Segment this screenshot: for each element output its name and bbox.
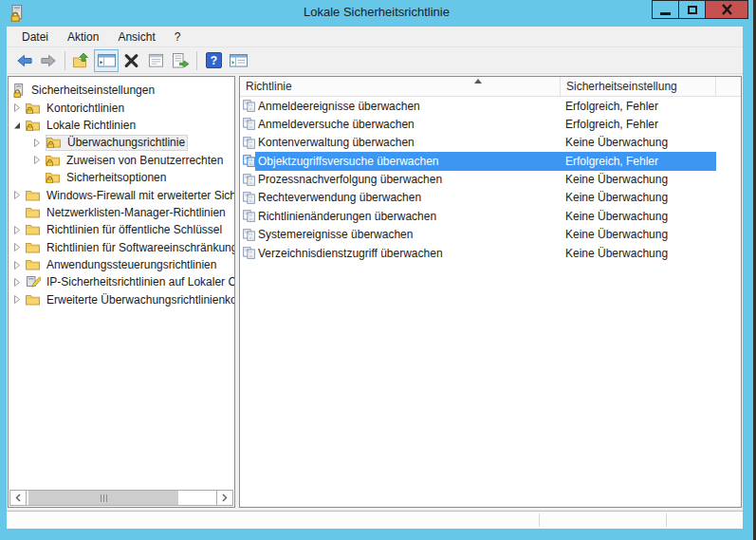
tree-item-ip-sicherheitsrichtlinien[interactable]: IP-Sicherheitsrichtlinien auf Lokaler C (9, 273, 234, 290)
menu-aktion[interactable]: Aktion (58, 28, 108, 47)
tree-item-ueberwachungsrichtlinie[interactable]: Überwachungsrichtlinie (9, 134, 234, 151)
tree-item-netzwerklisten-manager[interactable]: Netzwerklisten-Manager-Richtlinien (9, 204, 234, 221)
chevron-right-icon[interactable] (13, 242, 26, 252)
grip-icon (103, 494, 104, 502)
forward-button[interactable] (36, 49, 61, 72)
titlebar[interactable]: Lokale Sicherheitsrichtlinie (0, 0, 753, 27)
scrollbar-track[interactable] (27, 491, 216, 505)
delete-x-icon (123, 53, 139, 68)
folder-icon (26, 258, 41, 271)
folder-icon (26, 223, 41, 236)
chevron-expanded-icon[interactable] (13, 120, 26, 130)
chevron-right-icon[interactable] (13, 294, 26, 305)
chevron-right-icon[interactable] (33, 138, 46, 148)
menu-datei[interactable]: Datei (12, 28, 58, 47)
folder-lock-icon (46, 154, 61, 167)
new-window-icon (230, 53, 248, 67)
svg-text:?: ? (210, 54, 216, 67)
horizontal-scrollbar[interactable] (9, 490, 233, 506)
list-header: Richtlinie Sicherheitseinstellung (240, 77, 741, 97)
folder-icon (26, 293, 41, 307)
folder-icon (26, 206, 41, 219)
scrollbar-thumb[interactable] (28, 491, 178, 505)
desktop: Lokale Sicherheitsrichtlinie Datei Aktio… (0, 0, 756, 540)
menu-help[interactable]: ? (165, 28, 191, 47)
main-area: Sicherheitseinstellungen Kontorichtlinie… (7, 75, 743, 509)
properties-button[interactable] (143, 49, 168, 72)
close-button[interactable] (705, 0, 748, 19)
tree-item-erweiterte-ueberwachung[interactable]: Erweiterte Überwachungsrichtlinienko (9, 291, 234, 308)
up-one-level-button[interactable] (69, 49, 94, 72)
computer-pen-icon (26, 275, 41, 289)
policy-row[interactable]: Richtlinienänderungen überwachen Keine Ü… (240, 207, 741, 225)
help-icon: ? (206, 52, 222, 68)
chevron-left-icon (15, 493, 21, 502)
folder-lock-icon (46, 136, 62, 149)
sort-ascending-icon (474, 79, 482, 84)
column-header-filler (716, 77, 741, 96)
policy-icon (243, 118, 255, 130)
tree-item-sicherheitsoptionen[interactable]: Sicherheitsoptionen (9, 169, 234, 186)
tree-item-kontorichtlinien[interactable]: Kontorichtlinien (9, 99, 234, 116)
maximize-button[interactable] (678, 0, 706, 19)
policy-list-panel: Richtlinie Sicherheitseinstellung Anmeld… (239, 76, 742, 508)
export-list-button[interactable] (168, 49, 193, 72)
console-tree: Sicherheitseinstellungen Kontorichtlinie… (9, 77, 234, 308)
scroll-left-button[interactable] (10, 491, 27, 505)
mmc-window: Lokale Sicherheitsrichtlinie Datei Aktio… (0, 0, 753, 540)
tree-item-softwareeinschraenkung[interactable]: Richtlinien für Softwareeinschränkung (9, 239, 234, 256)
folder-lock-icon (46, 171, 61, 184)
column-header-richtlinie[interactable]: Richtlinie (240, 77, 561, 96)
policy-row[interactable]: Verzeichnisdienstzugriff überwachen Kein… (240, 244, 741, 262)
chevron-right-icon[interactable] (13, 190, 26, 200)
tree-item-lokale-richtlinien[interactable]: Lokale Richtlinien (9, 117, 234, 134)
toolbar-separator (65, 51, 65, 70)
chevron-right-icon (222, 493, 228, 502)
chevron-right-icon[interactable] (13, 260, 26, 270)
menubar: Datei Aktion Ansicht ? (7, 27, 743, 47)
column-header-sicherheitseinstellung[interactable]: Sicherheitseinstellung (561, 77, 716, 96)
policy-row-selected[interactable]: Objektzugriffsversuche überwachen Erfolg… (240, 152, 741, 170)
folder-lock-icon (26, 102, 41, 115)
policy-row[interactable]: Anmeldeversuche überwachen Erfolgreich, … (240, 115, 741, 133)
policy-row[interactable]: Systemereignisse überwachen Keine Überwa… (240, 226, 741, 244)
show-hide-console-tree-button[interactable] (94, 49, 119, 72)
policy-row[interactable]: Anmeldeereignisse überwachen Erfolgreich… (240, 97, 741, 115)
chevron-right-icon[interactable] (13, 277, 26, 288)
help-button[interactable]: ? (201, 49, 226, 72)
chevron-right-icon[interactable] (33, 155, 46, 165)
policy-row[interactable]: Rechteverwendung überwachen Keine Überwa… (240, 189, 741, 207)
scroll-right-button[interactable] (216, 491, 232, 505)
tree-item-zuweisen-von-benutzerrechten[interactable]: Zuweisen von Benutzerrechten (9, 152, 234, 169)
delete-button[interactable] (119, 49, 143, 72)
policy-icon (243, 210, 255, 222)
policy-icon (243, 137, 255, 149)
policy-icon (243, 229, 255, 241)
policy-row[interactable]: Prozessnachverfolgung überwachen Keine Ü… (240, 171, 741, 189)
back-button[interactable] (11, 49, 36, 72)
twisty-spacer (13, 207, 26, 217)
tree-item-anwendungssteuerung[interactable]: Anwendungssteuerungsrichtlinien (9, 256, 234, 273)
minimize-button[interactable] (652, 0, 679, 19)
chevron-right-icon[interactable] (13, 225, 26, 235)
policy-icon (243, 100, 255, 112)
toolbar-separator (196, 51, 197, 70)
menu-ansicht[interactable]: Ansicht (108, 28, 164, 47)
export-list-icon (172, 53, 190, 68)
console-tree-panel: Sicherheitseinstellungen Kontorichtlinie… (8, 76, 235, 508)
tree-item-oeffentliche-schluessel[interactable]: Richtlinien für öffentliche Schlüssel (9, 221, 234, 238)
policy-rows: Anmeldeereignisse überwachen Erfolgreich… (240, 97, 741, 263)
folder-up-icon (73, 52, 90, 68)
server-lock-icon (10, 84, 26, 97)
new-window-button[interactable] (226, 49, 250, 72)
folder-icon (26, 241, 41, 254)
policy-row[interactable]: Kontenverwaltung überwachen Keine Überwa… (240, 134, 741, 152)
tree-item-windows-firewall[interactable]: Windows-Firewall mit erweiterter Sich (9, 186, 234, 203)
tree-item-sicherheitseinstellungen[interactable]: Sicherheitseinstellungen (9, 82, 234, 99)
caption-buttons (653, 0, 748, 19)
twisty-spacer (33, 173, 46, 183)
properties-icon (148, 53, 164, 68)
chevron-right-icon[interactable] (13, 102, 26, 113)
client-area: Datei Aktion Ansicht ? (7, 27, 743, 529)
statusbar-divider (539, 513, 540, 527)
